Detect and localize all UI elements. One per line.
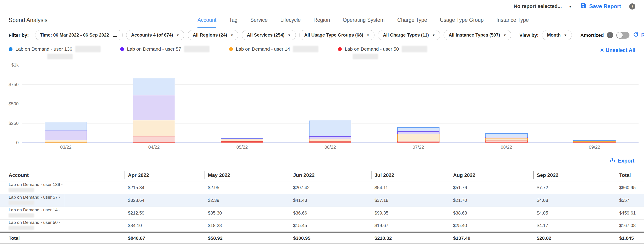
table-cell: $167.08	[616, 220, 644, 232]
redacted-text	[9, 201, 34, 205]
tab-usage-type-group[interactable]: Usage Type Group	[440, 17, 484, 28]
tab-service[interactable]: Service	[250, 17, 268, 28]
filter-accounts-4-of-674[interactable]: Accounts 4 (of 674)▼	[126, 30, 184, 40]
unselect-all-label: Unselect All	[606, 47, 635, 53]
stacked-bar-06-22[interactable]	[309, 121, 351, 143]
bar-segment-red[interactable]	[133, 136, 175, 143]
bar-segment-red[interactable]	[397, 141, 440, 143]
stacked-bar-09-22[interactable]	[573, 140, 616, 143]
tab-region[interactable]: Region	[313, 17, 330, 28]
table-row[interactable]: Lab on Demand - user 50 -$84.10$18.28$15…	[0, 220, 644, 232]
filter-bar: Filter by: Time: 06 Mar 2022 - 06 Sep 20…	[0, 28, 644, 42]
x-axis-tick-label: 08/22	[462, 145, 550, 150]
filter-all-usage-type-groups-68[interactable]: All Usage Type Groups (68)▼	[299, 30, 375, 40]
filter-all-services-254[interactable]: All Services (254)▼	[242, 30, 296, 40]
bar-segment-red[interactable]	[573, 142, 616, 143]
tab-instance-type[interactable]: Instance Type	[496, 17, 529, 28]
export-label: Export	[618, 158, 634, 164]
stacked-bar-05-22[interactable]	[221, 138, 263, 143]
bar-segment-purple[interactable]	[133, 95, 175, 120]
redacted-text	[9, 226, 34, 230]
redacted-text	[293, 46, 318, 52]
spacer-cell	[65, 194, 124, 207]
reset-filters-button[interactable]: Reset Filters	[633, 31, 644, 39]
legend-item-lab-on-demand-user-57[interactable]: Lab on Demand - user 57	[120, 46, 210, 59]
bar-segment-blue[interactable]	[133, 79, 175, 95]
view-by-dropdown[interactable]: Month ▼	[542, 30, 572, 40]
bar-segment-orange[interactable]	[133, 120, 175, 136]
bar-segment-purple[interactable]	[45, 131, 87, 140]
total-cell: $300.95	[290, 232, 371, 244]
tab-tag[interactable]: Tag	[229, 17, 238, 28]
table-cell: $328.64	[124, 194, 204, 207]
table-row[interactable]: Lab on Demand - user 136 -$215.34$2.95$2…	[0, 181, 644, 194]
save-report-button[interactable]: Save Report	[580, 2, 621, 10]
unselect-all-button[interactable]: ✕ Unselect All	[600, 47, 635, 53]
stacked-bar-03-22[interactable]	[45, 122, 87, 143]
redacted-text	[47, 54, 73, 59]
total-cell: $840.67	[124, 232, 204, 244]
close-icon: ✕	[600, 47, 604, 53]
legend-item-lab-on-demand-user-136[interactable]: Lab on Demand - user 136	[9, 46, 101, 59]
table-cell: $36.66	[290, 207, 371, 220]
tab-charge-type[interactable]: Charge Type	[397, 17, 427, 28]
redacted-text	[75, 46, 101, 52]
column-header-label: Jul 2022	[371, 171, 394, 179]
y-axis-tick-label: $1k	[1, 62, 19, 68]
legend-item-line: Lab on Demand - user 57	[120, 46, 210, 52]
y-axis-tick-label: $500	[1, 101, 19, 106]
bar-segment-red[interactable]	[485, 141, 528, 143]
filter-pill-label: All Regions (24)	[193, 32, 227, 38]
info-icon[interactable]: i	[629, 3, 635, 9]
x-axis-tick-label: 07/22	[374, 145, 462, 150]
filter-all-charge-types-11[interactable]: All Charge Types (11)▼	[378, 30, 440, 40]
stacked-bar-08-22[interactable]	[485, 133, 528, 143]
filter-pill-label: Accounts 4 (of 674)	[131, 32, 173, 38]
spend-chart: $1k$750$500$2500	[0, 65, 644, 143]
table-row[interactable]: Lab on Demand - user 57 -$328.64$2.39$41…	[0, 194, 644, 207]
tab-operating-system[interactable]: Operating System	[343, 17, 384, 28]
filter-all-regions-24[interactable]: All Regions (24)▼	[188, 30, 238, 40]
column-header-label: Total	[616, 171, 631, 179]
table-cell: $660.95	[616, 181, 644, 194]
filter-all-instance-types-507[interactable]: All Instance Types (507)▼	[444, 30, 511, 40]
column-header-apr-2022: Apr 2022	[124, 169, 204, 181]
stacked-bar-04-22[interactable]	[133, 79, 175, 143]
legend-item-line: Lab on Demand - user 50	[338, 46, 427, 52]
chevron-down-icon: ▼	[568, 4, 572, 8]
tab-account[interactable]: Account	[198, 17, 216, 28]
column-header-jun-2022: Jun 2022	[290, 169, 371, 181]
legend-item-lab-on-demand-user-50[interactable]: Lab on Demand - user 50	[338, 46, 427, 59]
page-title: Spend Analysis	[9, 17, 48, 28]
amortized-label: Amortized	[580, 32, 604, 38]
bar-segment-blue[interactable]	[45, 122, 87, 131]
tab-lifecycle[interactable]: Lifecycle	[280, 17, 301, 28]
legend-item-lab-on-demand-user-14[interactable]: Lab on Demand - user 14	[229, 46, 318, 59]
table-cell: $4.08	[533, 194, 616, 207]
redacted-text	[353, 54, 378, 59]
filter-pill-label: All Instance Types (507)	[448, 32, 500, 38]
bar-segment-orange[interactable]	[45, 140, 87, 143]
total-cell: $137.49	[450, 232, 533, 244]
legend-items: Lab on Demand - user 136Lab on Demand - …	[9, 46, 635, 59]
filter-time-06-mar-2022-06-sep-2022[interactable]: Time: 06 Mar 2022 - 06 Sep 2022	[35, 30, 123, 40]
table-cell: $557	[616, 194, 644, 207]
bar-segment-red[interactable]	[309, 141, 351, 143]
legend-item-label: Lab on Demand - user 14	[236, 46, 290, 52]
bar-segment-blue[interactable]	[309, 121, 351, 137]
table-cell: $459.61	[616, 207, 644, 220]
table-cell: $4.17	[533, 220, 616, 232]
bar-segment-red[interactable]	[221, 141, 263, 143]
total-cell: $210.32	[371, 232, 450, 244]
amortized-toggle[interactable]	[616, 32, 630, 39]
bar-slot-03-22	[22, 65, 110, 143]
export-button[interactable]: Export	[610, 157, 634, 164]
table-row[interactable]: Lab on Demand - user 14 -$212.59$35.30$3…	[0, 207, 644, 220]
bar-segment-orange[interactable]	[397, 134, 440, 141]
info-icon[interactable]: i	[607, 32, 613, 38]
bar-slot-05-22	[198, 65, 286, 143]
view-by-label: View by:	[519, 32, 538, 38]
report-selector-dropdown[interactable]: No report selected... ▼	[514, 3, 572, 9]
stacked-bar-07-22[interactable]	[397, 127, 440, 143]
account-name: Lab on Demand - user 50 -	[9, 220, 65, 225]
